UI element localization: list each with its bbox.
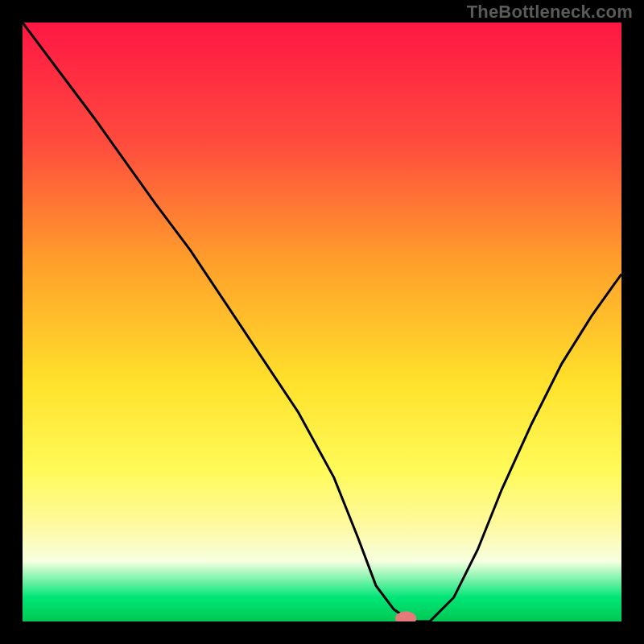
attribution-label: TheBottleneck.com (467, 2, 633, 23)
plot-area (23, 23, 621, 621)
chart-svg (23, 23, 621, 621)
chart-background (23, 23, 621, 621)
chart-frame: TheBottleneck.com (0, 0, 644, 644)
